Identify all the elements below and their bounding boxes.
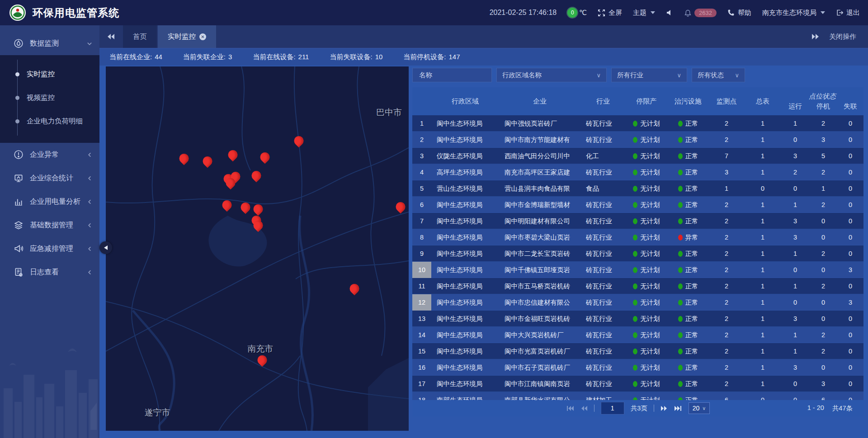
- tabs-scroll-left-button[interactable]: [99, 25, 123, 48]
- table-row[interactable]: 15阆中生态环境局阆中市光富页岩机砖厂砖瓦行业无计划正常21120: [412, 343, 863, 359]
- status-dot-icon: [678, 332, 683, 338]
- stat-label: 当前在线企业:: [109, 53, 152, 61]
- cell-run: 0: [781, 299, 809, 306]
- prev-page-button[interactable]: [580, 405, 588, 411]
- tab-实时监控[interactable]: 实时监控✕: [158, 25, 216, 48]
- cell-points: 2: [709, 348, 744, 355]
- tab-首页[interactable]: 首页: [123, 25, 157, 48]
- status-dot-icon: [678, 170, 683, 175]
- region-filter-select[interactable]: 行政区域名称 ∨: [496, 68, 607, 82]
- last-page-button[interactable]: [674, 405, 682, 411]
- tab-label: 首页: [133, 32, 147, 42]
- page-size-select[interactable]: 20 ∨: [689, 402, 710, 414]
- first-page-button[interactable]: [566, 405, 574, 411]
- table-row[interactable]: 16阆中生态环境局阆中市石子页岩机砖厂砖瓦行业无计划正常21300: [412, 359, 863, 376]
- app-root: 环保用电监管系统 2021-02-25 17:46:18 0 ℃ 全屏 主题: [0, 0, 868, 438]
- cell-lost: 0: [837, 201, 863, 208]
- col-header-stop: 停机: [809, 102, 837, 114]
- sidebar-item-enterprise-abnormal[interactable]: 企业异常: [0, 143, 99, 166]
- logout-icon: [836, 9, 843, 16]
- industry-filter-select[interactable]: 所有行业 ∨: [611, 68, 687, 82]
- cell-region: 阆中生态环境局: [431, 363, 499, 372]
- cell-points: 1: [709, 185, 744, 192]
- stat-value: 10: [375, 53, 383, 61]
- cell-index: 4: [412, 164, 431, 180]
- sidebar-item-enterprise-power-analysis[interactable]: 企业用电量分析: [0, 190, 99, 213]
- table-row[interactable]: 1阆中生态环境局阆中强锐页岩砖厂砖瓦行业无计划正常21120: [412, 115, 863, 132]
- table-row[interactable]: 17阆中生态环境局阆中市江南镇阆南页岩砖瓦行业无计划正常21030: [412, 376, 863, 392]
- status-dot-icon: [633, 349, 637, 354]
- cell-company: 阆中市忠信建材有限公: [499, 298, 580, 307]
- fullscreen-icon: [598, 9, 605, 17]
- table-row[interactable]: 9阆中生态环境局阆中市二龙长宝页岩砖砖瓦行业无计划正常21120: [412, 245, 863, 262]
- sidebar-item-basic-data-management[interactable]: 基础数据管理: [0, 213, 99, 237]
- alert-icon: [14, 150, 24, 160]
- sidebar-item-enterprise-comprehensive-stats[interactable]: 企业综合统计: [0, 166, 99, 190]
- sidebar-item-log-view[interactable]: 日志查看: [0, 260, 99, 284]
- tabs-scroll-right-button[interactable]: [811, 33, 819, 40]
- app-header: 环保用电监管系统 2021-02-25 17:46:18 0 ℃ 全屏 主题: [0, 0, 868, 25]
- table-row[interactable]: 4高坪生态环境局南充市高坪区王家店建砖瓦行业无计划正常31220: [412, 164, 863, 180]
- status-filter-select[interactable]: 所有状态 ∨: [692, 68, 745, 82]
- sidebar-item-video-monitoring[interactable]: 视频监控: [18, 86, 99, 109]
- next-page-button[interactable]: [660, 405, 668, 411]
- speaker-button[interactable]: [666, 9, 673, 16]
- cell-lost: 0: [837, 120, 863, 127]
- cell-region: 阆中生态环境局: [431, 201, 499, 209]
- sidebar-subitem-label: 实时监控: [27, 70, 55, 79]
- logout-button[interactable]: 退出: [836, 9, 860, 17]
- sidebar-item-realtime-monitoring[interactable]: 实时监控: [18, 62, 99, 86]
- map-collapse-button[interactable]: [99, 241, 112, 254]
- fullscreen-button[interactable]: 全屏: [598, 9, 622, 17]
- sidebar-item-enterprise-power-load-detail[interactable]: 企业电力负荷明细: [18, 109, 99, 133]
- cell-company: 阆中明阳建材有限公司: [499, 217, 580, 226]
- cell-meters: 1: [744, 348, 781, 355]
- cell-points: 2: [709, 234, 744, 241]
- table-row[interactable]: 3仪陇生态环境局西南油气田分公司川中化工无计划正常71350: [412, 148, 863, 164]
- table-row[interactable]: 12阆中生态环境局阆中市忠信建材有限公砖瓦行业无计划正常21003: [412, 294, 863, 311]
- table-row[interactable]: 7阆中生态环境局阆中明阳建材有限公司砖瓦行业无计划正常21300: [412, 213, 863, 229]
- fullscreen-label: 全屏: [609, 9, 622, 17]
- cell-industry: 建材加工: [580, 396, 626, 400]
- table-row[interactable]: 5营山生态环境局营山县润丰肉食品有限食品无计划正常10010: [412, 180, 863, 197]
- cell-limit-status: 无计划: [626, 250, 667, 258]
- cell-points: 3: [709, 169, 744, 176]
- table-row[interactable]: 10阆中生态环境局阆中千佛镇五郎垭页岩砖瓦行业无计划正常21003: [412, 262, 863, 278]
- sidebar-item-data-monitoring[interactable]: 数据监测: [0, 32, 99, 55]
- cell-facility-status: 正常: [667, 250, 709, 258]
- table-row[interactable]: 8阆中生态环境局阆中市枣碧大梁山页岩砖瓦行业无计划异常21300: [412, 229, 863, 245]
- cell-limit-status: 无计划: [626, 331, 667, 339]
- org-dropdown[interactable]: 南充市生态环境局: [762, 9, 825, 17]
- cell-facility-status: 正常: [667, 282, 709, 291]
- theme-dropdown[interactable]: 主题: [633, 9, 655, 17]
- status-dot-icon: [633, 218, 637, 224]
- page-number-input[interactable]: [601, 402, 624, 414]
- table-row[interactable]: 14阆中生态环境局阆中大兴页岩机砖厂砖瓦行业无计划正常21120: [412, 327, 863, 343]
- table-row[interactable]: 2阆中生态环境局阆中市南方节能建材有砖瓦行业无计划正常21030: [412, 132, 863, 148]
- map-panel[interactable]: 巴中市南充市遂宁市: [106, 66, 409, 431]
- status-dot-icon: [633, 381, 637, 387]
- region-filter-value: 行政区域名称: [502, 71, 542, 80]
- help-button[interactable]: 帮助: [727, 9, 751, 17]
- table-row[interactable]: 18南部生态环境局南部县新华水泥有限公建材加工无计划正常60060: [412, 392, 863, 400]
- cell-stop: 0: [809, 234, 837, 241]
- cell-company: 阆中强锐页岩砖厂: [499, 119, 580, 128]
- cell-index: 15: [412, 343, 431, 359]
- cell-run: 3: [781, 152, 809, 160]
- sidebar-item-emergency-reduction-management[interactable]: 应急减排管理: [0, 237, 99, 260]
- cell-company: 西南油气田分公司川中: [499, 152, 580, 160]
- tab-close-icon[interactable]: ✕: [199, 33, 206, 40]
- cell-lost: 0: [837, 315, 863, 322]
- chevron-left-icon: [87, 152, 92, 157]
- cell-industry: 食品: [580, 184, 626, 193]
- cell-points: 2: [709, 136, 744, 143]
- notifications[interactable]: 2632: [684, 9, 717, 17]
- name-filter-input[interactable]: [418, 71, 486, 79]
- table-row[interactable]: 13阆中生态环境局阆中市金福旺页岩机砖砖瓦行业无计划正常21300: [412, 311, 863, 327]
- cell-facility-status: 正常: [667, 119, 709, 128]
- name-filter-field[interactable]: [412, 68, 492, 82]
- close-operations-button[interactable]: 关闭操作: [829, 33, 856, 41]
- status-dot-icon: [633, 365, 637, 371]
- table-row[interactable]: 6阆中生态环境局阆中市金博瑞新型墙材砖瓦行业无计划正常21120: [412, 197, 863, 213]
- table-row[interactable]: 11阆中生态环境局阆中市五马桥页岩机砖砖瓦行业无计划正常21120: [412, 278, 863, 294]
